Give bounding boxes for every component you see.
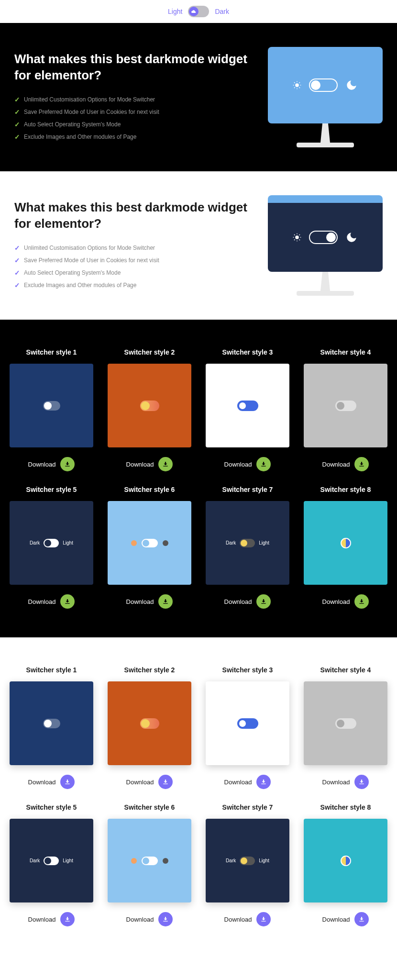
download-icon [358, 916, 365, 923]
download-icon [64, 779, 71, 785]
monitor-illustration [268, 195, 383, 296]
check-icon: ✓ [14, 256, 20, 264]
download-label: Download [28, 916, 56, 923]
download-button[interactable] [354, 775, 369, 789]
download-button[interactable] [256, 912, 271, 926]
feature-item: ✓Unlimited Customisation Options for Mod… [14, 242, 249, 254]
download-label: Download [322, 461, 350, 468]
download-label: Download [28, 461, 56, 468]
switcher-card: Switcher style 8 Download [304, 486, 387, 609]
switcher-preview: DarkLight [10, 501, 93, 585]
svg-line-4 [299, 88, 300, 89]
feature-item: ✓Unlimited Customisation Options for Mod… [14, 93, 249, 106]
download-row: Download [206, 775, 289, 789]
feature-item: ✓Auto Select Operating System's Mode [14, 267, 249, 279]
download-button[interactable] [60, 775, 75, 789]
download-icon [64, 916, 71, 923]
switcher-preview [108, 501, 191, 585]
check-icon: ✓ [14, 96, 20, 103]
download-label: Download [224, 916, 252, 923]
download-button[interactable] [354, 594, 369, 609]
switcher-preview [206, 364, 289, 447]
styles-grid-dark: Switcher style 1 Download Switcher style… [0, 320, 397, 637]
toggle-knob [189, 7, 198, 16]
svg-line-13 [299, 240, 300, 241]
download-button[interactable] [158, 457, 173, 471]
switcher-preview [108, 681, 191, 765]
check-icon: ✓ [14, 108, 20, 116]
download-button[interactable] [256, 775, 271, 789]
feature-item: ✓Save Preferred Mode of User in Cookies … [14, 106, 249, 118]
theme-switcher-header: Light Dark [0, 0, 397, 23]
download-row: Download [10, 775, 93, 789]
hero-title: What makes this best darkmode widget for… [14, 51, 249, 84]
card-title: Switcher style 7 [206, 803, 289, 811]
download-label: Download [28, 779, 56, 786]
card-title: Switcher style 6 [108, 803, 191, 811]
switcher-preview: DarkLight [206, 501, 289, 585]
download-icon [162, 916, 169, 923]
switcher-card: Switcher style 1 Download [10, 666, 93, 789]
switcher-card: Switcher style 3 Download [206, 348, 289, 471]
svg-point-0 [295, 83, 299, 87]
download-button[interactable] [158, 775, 173, 789]
check-icon: ✓ [14, 133, 20, 141]
check-icon: ✓ [14, 121, 20, 128]
card-title: Switcher style 1 [10, 348, 93, 356]
download-label: Download [126, 916, 154, 923]
dark-label: Dark [215, 8, 229, 15]
switcher-preview [206, 681, 289, 765]
theme-toggle[interactable] [188, 6, 209, 17]
download-label: Download [322, 916, 350, 923]
download-label: Download [322, 779, 350, 786]
moon-icon [345, 231, 358, 244]
download-icon [260, 916, 267, 923]
switcher-preview [10, 364, 93, 447]
card-title: Switcher style 1 [10, 666, 93, 674]
download-button[interactable] [60, 594, 75, 609]
check-icon: ✓ [14, 244, 20, 252]
download-row: Download [108, 594, 191, 609]
download-label: Download [126, 779, 154, 786]
download-button[interactable] [158, 912, 173, 926]
moon-icon [345, 79, 358, 91]
download-row: Download [206, 594, 289, 609]
card-title: Switcher style 2 [108, 348, 191, 356]
switcher-card: Switcher style 7 DarkLight Download [206, 486, 289, 609]
download-button[interactable] [60, 912, 75, 926]
feature-item: ✓Auto Select Operating System's Mode [14, 118, 249, 131]
download-button[interactable] [354, 912, 369, 926]
switcher-preview [304, 819, 387, 902]
hero-dark: What makes this best darkmode widget for… [0, 23, 397, 171]
svg-line-16 [294, 240, 295, 241]
download-icon [64, 461, 71, 468]
svg-point-9 [295, 235, 299, 239]
card-title: Switcher style 3 [206, 666, 289, 674]
download-icon [162, 461, 169, 468]
feature-list: ✓Unlimited Customisation Options for Mod… [14, 93, 249, 143]
svg-line-17 [299, 234, 300, 235]
download-row: Download [108, 457, 191, 471]
switcher-preview [304, 681, 387, 765]
download-button[interactable] [60, 457, 75, 471]
download-button[interactable] [256, 594, 271, 609]
download-button[interactable] [158, 594, 173, 609]
sun-icon [293, 233, 301, 242]
hero-light: What makes this best darkmode widget for… [0, 171, 397, 320]
download-icon [260, 598, 267, 605]
card-title: Switcher style 6 [108, 486, 191, 493]
card-title: Switcher style 4 [304, 666, 387, 674]
styles-grid-light: Switcher style 1 Download Switcher style… [0, 637, 397, 955]
card-title: Switcher style 5 [10, 486, 93, 493]
download-button[interactable] [256, 457, 271, 471]
download-row: Download [304, 457, 387, 471]
switcher-preview: DarkLight [206, 819, 289, 902]
download-row: Download [10, 594, 93, 609]
feature-item: ✓Save Preferred Mode of User in Cookies … [14, 254, 249, 267]
download-row: Download [10, 457, 93, 471]
check-icon: ✓ [14, 281, 20, 289]
download-label: Download [224, 779, 252, 786]
check-icon: ✓ [14, 269, 20, 277]
download-button[interactable] [354, 457, 369, 471]
card-title: Switcher style 8 [304, 803, 387, 811]
